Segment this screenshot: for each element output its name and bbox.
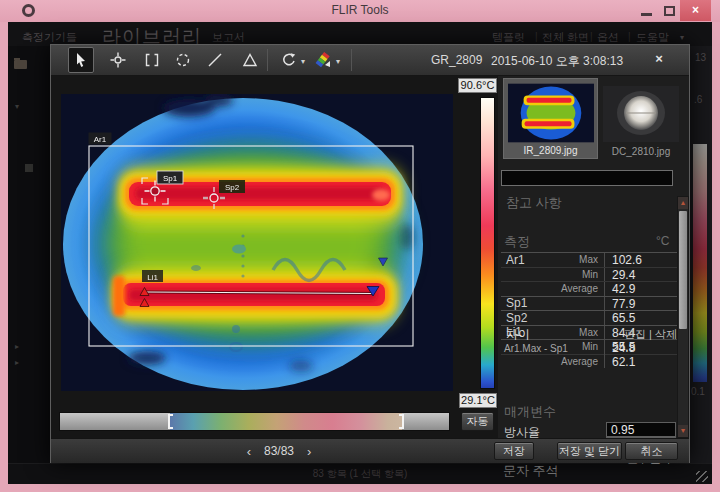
rotate-dropdown-icon[interactable]: ▾	[301, 57, 305, 66]
dc-thumbnail-image	[603, 86, 679, 142]
background-temp-scale	[693, 144, 707, 382]
occluded-scale-min: 0.1	[691, 386, 705, 397]
occluded-text: 13	[695, 52, 706, 63]
background-right-strip: 13 .6 0.1	[690, 46, 712, 463]
window-frame-left	[0, 22, 8, 484]
editor-close-icon[interactable]: ×	[650, 50, 668, 68]
menu-separator: |	[535, 31, 538, 42]
select-tool-button[interactable]	[68, 47, 94, 73]
tab-devices[interactable]: 측정기기들	[22, 30, 77, 45]
delete-link[interactable]: 삭제	[655, 328, 677, 340]
measurements-unit: °C	[656, 234, 669, 248]
rectangle-area-icon	[143, 51, 161, 69]
table-row: Min 29.4	[501, 267, 679, 282]
window-title: FLIR Tools	[0, 3, 720, 17]
temperature-scale[interactable]	[480, 97, 495, 389]
editor-toolbar: ▾ ▾ GR_2809 2015-06-10 오후 3:08:13 ×	[51, 45, 689, 76]
thumbnail-ir[interactable]: IR_2809.jpg	[503, 78, 598, 159]
save-button[interactable]: 저장	[494, 442, 534, 460]
dc-thumbnail-name: DC_2810.jpg	[599, 146, 683, 157]
help-dropdown-icon[interactable]: ▾	[680, 33, 684, 42]
menu-separator: |	[628, 31, 631, 42]
rotate-tool-button[interactable]	[276, 47, 302, 73]
panel-scrollbar[interactable]: ▲ ▼	[677, 196, 689, 438]
parameters-header: 매개변수	[504, 403, 556, 421]
data-panel: IR_2809.jpg	[498, 76, 689, 438]
window-frame-right	[712, 22, 720, 484]
cursor-icon	[72, 51, 90, 69]
folder-icon	[14, 60, 27, 69]
menu-help[interactable]: 도움말	[636, 30, 669, 45]
ellipse-area-icon	[174, 51, 192, 69]
window-frame-bottom	[0, 484, 720, 492]
cancel-button[interactable]: 취소	[625, 442, 678, 460]
area-ar1-label: Ar1	[94, 135, 107, 144]
palette-tool-button[interactable]	[310, 47, 336, 73]
image-editor-panel: ▾ ▾ GR_2809 2015-06-10 오후 3:08:13 ×	[50, 44, 690, 463]
text-annotation-header: 문자 주석	[503, 462, 559, 480]
menu-template[interactable]: 템플릿	[492, 30, 525, 45]
toolbar-separator	[351, 49, 352, 71]
chevron-down-icon: ▾	[15, 102, 19, 111]
auto-scale-button[interactable]: 자동	[461, 412, 494, 431]
thermal-image[interactable]: Ar1 Sp1 Sp2	[61, 94, 453, 391]
notes-header: 참고 사항	[506, 194, 562, 212]
line-li1-label: Li1	[147, 273, 158, 282]
links-separator: |	[649, 328, 652, 340]
toolbar-separator	[267, 49, 268, 71]
notes-input[interactable]	[501, 170, 673, 186]
spot-meter-icon	[109, 51, 127, 69]
flir-tools-window: FLIR Tools × 측정기기들 라이브러리 보고서 템플릿 | 전체 화면…	[0, 0, 720, 492]
line-icon	[206, 51, 224, 69]
minimize-button[interactable]	[641, 13, 652, 16]
image-navigation: ‹ 83/83 ›	[229, 442, 329, 460]
editor-bottom-bar: ‹ 83/83 › 저장 저장 및 닫기 취소	[51, 438, 689, 463]
menu-fullscreen[interactable]: 전체 화면	[542, 30, 589, 45]
prev-image-icon[interactable]: ‹	[247, 444, 251, 459]
line-tool-button[interactable]	[202, 47, 228, 73]
table-row: Average 42.9	[501, 281, 679, 296]
table-row: Sp2 65.5	[501, 310, 679, 325]
scrollbar-thumb[interactable]	[679, 211, 687, 329]
image-datetime: 2015-06-10 오후 3:08:13	[491, 53, 623, 70]
tab-report[interactable]: 보고서	[212, 30, 245, 45]
spot-sp1-label: Sp1	[163, 174, 178, 183]
status-text: 83 항목 (1 선택 항목)	[8, 464, 712, 484]
span-slider[interactable]	[59, 412, 450, 431]
palette-dropdown-icon[interactable]: ▾	[336, 57, 340, 66]
edit-link[interactable]: 편집	[624, 328, 646, 340]
span-slider-right-handle[interactable]	[399, 414, 404, 429]
rotate-icon	[280, 51, 298, 69]
menu-options[interactable]: 옵션	[597, 30, 619, 45]
palette-icon	[314, 51, 332, 69]
save-and-close-button[interactable]: 저장 및 닫기	[557, 442, 622, 460]
background-sidebar: ▾ ▸ ▸	[8, 46, 50, 463]
next-image-icon[interactable]: ›	[307, 444, 311, 459]
maximize-button[interactable]	[664, 6, 675, 16]
scroll-down-icon[interactable]: ▼	[678, 425, 688, 437]
thumbnail-placeholder	[25, 164, 33, 172]
chevron-right-icon: ▸	[15, 358, 19, 367]
ellipse-tool-button[interactable]	[170, 47, 196, 73]
spot-tool-button[interactable]	[105, 47, 131, 73]
thumbnail-dc[interactable]: DC_2810.jpg	[599, 78, 683, 159]
emissivity-input[interactable]	[606, 422, 676, 437]
span-slider-left-handle[interactable]	[168, 414, 173, 429]
image-filename: GR_2809	[431, 53, 482, 67]
ir-thumbnail-name: IR_2809.jpg	[504, 145, 597, 156]
table-row: Sp1 77.9	[501, 296, 679, 311]
measurements-header: 측정	[504, 233, 530, 251]
thermal-viewer: Ar1 Sp1 Sp2	[51, 76, 498, 438]
menubar: 측정기기들 라이브러리 보고서 템플릿 | 전체 화면 | 옵션 | 도움말 ▾	[8, 24, 712, 46]
delta-icon	[241, 51, 259, 69]
span-slider-gradient[interactable]	[170, 413, 402, 430]
table-row: Ar1 Max 102.6	[501, 252, 679, 267]
resize-grip[interactable]	[696, 471, 708, 482]
close-button[interactable]: ×	[680, 0, 711, 21]
scroll-up-icon[interactable]: ▲	[678, 197, 688, 209]
delta-tool-button[interactable]	[237, 47, 263, 73]
titlebar: FLIR Tools	[0, 0, 720, 22]
occluded-scale-max: .6	[694, 94, 702, 105]
chevron-right-icon: ▸	[15, 342, 19, 351]
rectangle-tool-button[interactable]	[139, 47, 165, 73]
